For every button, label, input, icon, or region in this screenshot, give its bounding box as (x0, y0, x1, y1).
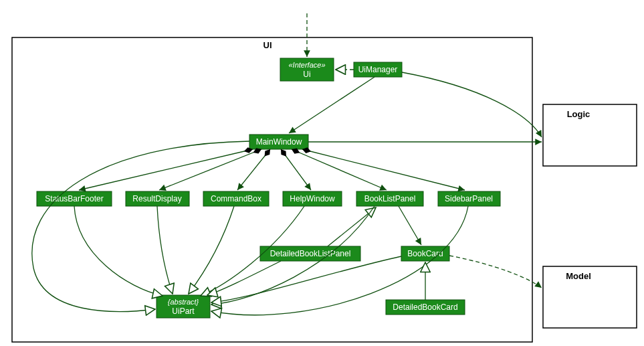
package-logic-title: Logic (567, 109, 591, 119)
edge-detbooklist-gen-booklist (328, 207, 376, 246)
class-statusbarfooter: StatusBarFooter (37, 191, 112, 206)
class-mainwindow-name: MainWindow (256, 137, 302, 147)
edge-mw-comp-booklist (292, 149, 387, 190)
edge-statusbar-gen-uipart (74, 206, 163, 296)
class-sidebarpanel: SidebarPanel (438, 191, 500, 206)
class-uipart-stereo: {abstract} (168, 298, 199, 306)
class-bookcard: BookCard (401, 246, 449, 261)
class-mainwindow: MainWindow (249, 135, 308, 149)
class-uipart-name: UiPart (172, 307, 195, 316)
class-booklistpanel: BookListPanel (356, 191, 423, 206)
class-resultdisplay-name: ResultDisplay (132, 194, 181, 203)
edge-resultdisplay-gen-uipart (157, 206, 173, 294)
edge-booklist-to-bookcard (399, 206, 421, 245)
edge-mw-comp-sidebar (302, 149, 465, 190)
class-resultdisplay: ResultDisplay (126, 191, 189, 206)
edge-commandbox-gen-uipart (189, 206, 234, 294)
package-ui-border (12, 37, 532, 342)
edge-mw-comp-statusbar (79, 149, 253, 190)
class-detailedbookcard-name: DetailedBookCard (393, 302, 457, 312)
class-sidebarpanel-name: SidebarPanel (445, 194, 493, 203)
edge-bookcard-gen-uipart (211, 256, 401, 302)
package-model-title: Model (566, 271, 591, 281)
class-booklistpanel-name: BookListPanel (364, 194, 416, 203)
class-helpwindow-name: HelpWindow (290, 194, 335, 203)
edge-mw-comp-resultdisplay (159, 149, 261, 190)
class-ui-name: Ui (303, 70, 310, 79)
class-uimanager-name: UiManager (358, 65, 398, 74)
edge-uimanager-to-mainwindow (289, 77, 374, 133)
class-commandbox: CommandBox (203, 191, 269, 206)
class-uimanager: UiManager (354, 62, 402, 77)
class-helpwindow: HelpWindow (283, 191, 342, 206)
class-commandbox-name: CommandBox (211, 194, 261, 203)
edge-uimanager-to-logic (402, 72, 542, 137)
class-bookcard-name: BookCard (407, 249, 443, 258)
edge-mw-comp-commandbox (237, 149, 270, 190)
class-detailedbooklistpanel-name: DetailedBookListPanel (270, 249, 351, 258)
class-uipart: {abstract} UiPart (156, 295, 210, 318)
class-detailedbooklistpanel: DetailedBookListPanel (260, 246, 360, 261)
class-ui-stereo: «Interface» (288, 61, 325, 69)
class-ui-interface: «Interface» Ui (280, 58, 334, 81)
edge-bookcard-to-model (449, 256, 542, 288)
class-detailedbookcard: DetailedBookCard (386, 300, 465, 315)
package-ui-title: UI (263, 40, 272, 50)
